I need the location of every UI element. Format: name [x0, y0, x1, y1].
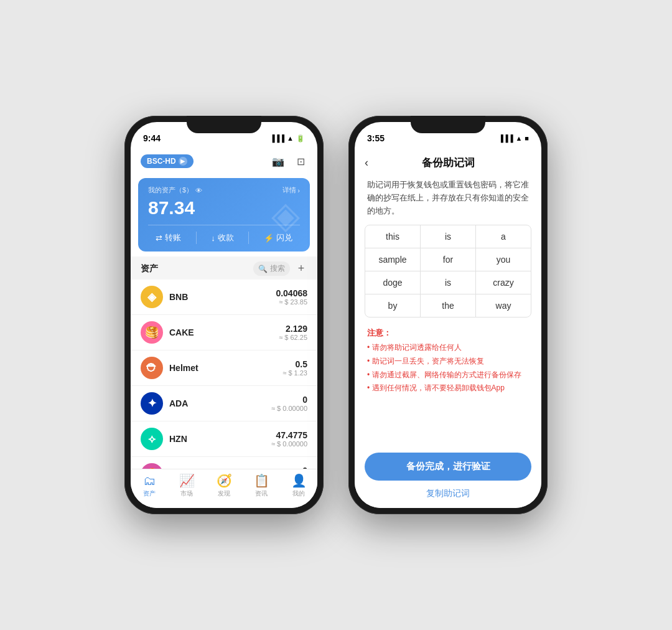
receive-label: 收款 [218, 232, 234, 243]
hzn-amount: 47.4775 [271, 430, 307, 440]
action-sep-1 [196, 232, 197, 244]
battery-icon-2: ■ [525, 134, 529, 142]
notice-title: 注意： [367, 327, 529, 339]
cake-logo: 🥞 [141, 321, 163, 344]
signal-icon: ▐▐▐ [270, 134, 284, 142]
action-area: 备份完成，进行验证 复制助记词 [355, 446, 541, 508]
helmet-logo: ⛑ [141, 357, 163, 379]
transfer-action[interactable]: ⇄ 转账 [156, 232, 181, 244]
transfer-label: 转账 [165, 232, 181, 243]
notice-2: • 助记词一旦丢失，资产将无法恢复 [367, 355, 529, 369]
wallet-header: BSC-HD ▶ 📷 ⊡ [131, 149, 317, 173]
hzn-logo: ⟡ [141, 428, 163, 450]
phone-wallet: 9:44 ▐▐▐ ▲ 🔋 BSC-HD ▶ 📷 ⊡ [124, 116, 324, 514]
hzn-usd: ≈ $ 0.00000 [271, 440, 307, 448]
wifi-icon: ▲ [287, 134, 294, 142]
nav-market[interactable]: 📈 市场 [171, 473, 202, 498]
add-asset-button[interactable]: + [295, 263, 307, 275]
mnemonic-row-3: doge is crazy [365, 271, 531, 294]
coin-item-bnb[interactable]: ◈ BNB 0.04068 ≈ $ 23.85 [131, 280, 317, 315]
notice-section: 注意： • 请勿将助记词透露给任何人 • 助记词一旦丢失，资产将无法恢复 • 请… [355, 325, 541, 401]
verify-button[interactable]: 备份完成，进行验证 [365, 453, 531, 481]
helmet-name: Helmet [169, 363, 282, 373]
wifi-icon-2: ▲ [515, 134, 522, 142]
ada-amount: 0 [271, 395, 307, 405]
mnemonic-word-6: you [476, 248, 531, 271]
ada-usd: ≈ $ 0.00000 [271, 405, 307, 412]
hzn-values: 47.4775 ≈ $ 0.00000 [271, 430, 307, 448]
copy-mnemonic-link[interactable]: 复制助记词 [365, 488, 531, 504]
helmet-usd: ≈ $ 1.23 [282, 369, 307, 377]
notch-2 [411, 116, 485, 133]
asset-list: ◈ BNB 0.04068 ≈ $ 23.85 🥞 CAKE 2.129 ≈ $… [131, 280, 317, 469]
action-sep-2 [248, 232, 249, 244]
page-title: 备份助记词 [422, 156, 475, 170]
mnemonic-word-10: by [365, 294, 421, 317]
camera-icon[interactable]: 📷 [271, 154, 285, 168]
bnb-usd: ≈ $ 23.85 [276, 298, 307, 306]
coin-item-sushi[interactable]: 🍣 SUSHI 0 ≈ $ 0.00000 [131, 457, 317, 469]
phone-mnemonic: 3:55 ▐▐▐ ▲ ■ ‹ 备份助记词 助记词用于恢复钱包或重置钱包密码，将它… [348, 116, 548, 514]
mnemonic-content: ‹ 备份助记词 助记词用于恢复钱包或重置钱包密码，将它准确的抄写在纸上，并存放在… [355, 149, 541, 508]
mnemonic-grid: this is a sample for you doge is crazy [365, 225, 531, 317]
profile-nav-label: 我的 [292, 489, 305, 498]
coin-item-cake[interactable]: 🥞 CAKE 2.129 ≈ $ 62.25 [131, 315, 317, 350]
mnemonic-row-4: by the way [365, 294, 531, 317]
transfer-icon: ⇄ [156, 233, 162, 243]
cake-name: CAKE [169, 327, 279, 337]
scan-icon[interactable]: ⊡ [294, 154, 307, 168]
search-box[interactable]: 🔍 搜索 [253, 261, 290, 276]
ada-values: 0 ≈ $ 0.00000 [271, 395, 307, 412]
ada-name: ADA [169, 398, 271, 408]
nav-news[interactable]: 📋 资讯 [246, 473, 277, 498]
notice-3: • 请勿通过截屏、网络传输的方式进行备份保存 [367, 369, 529, 382]
status-icons-2: ▐▐▐ ▲ ■ [498, 134, 529, 142]
asset-label: 我的资产（$） 👁 [148, 186, 202, 195]
mnemonic-word-8: is [421, 271, 476, 294]
search-placeholder: 搜索 [270, 263, 285, 274]
section-header: 资产 🔍 搜索 + [131, 256, 317, 280]
nav-discover[interactable]: 🧭 发现 [208, 473, 240, 498]
hzn-name: HZN [169, 434, 271, 444]
status-time-1: 9:44 [143, 133, 161, 143]
receive-action[interactable]: ↓ 收款 [211, 232, 234, 244]
back-header: ‹ 备份助记词 [355, 149, 541, 174]
signal-icon-2: ▐▐▐ [498, 134, 513, 142]
mnemonic-row-1: this is a [365, 225, 531, 248]
bsc-badge[interactable]: BSC-HD ▶ [141, 154, 194, 168]
bottom-nav: 🗂 资产 📈 市场 🧭 发现 📋 资讯 👤 我的 [131, 469, 317, 508]
coin-item-ada[interactable]: ✦ ADA 0 ≈ $ 0.00000 [131, 386, 317, 421]
cake-usd: ≈ $ 62.25 [279, 334, 307, 341]
mnemonic-word-9: crazy [476, 271, 531, 294]
bsc-label: BSC-HD [147, 157, 176, 166]
bnb-amount: 0.04068 [276, 288, 307, 298]
mnemonic-word-11: the [421, 294, 476, 317]
battery-icon: 🔋 [296, 134, 305, 143]
eye-icon[interactable]: 👁 [195, 187, 202, 194]
notice-4: • 遇到任何情况，请不要轻易卸载钱包App [367, 382, 529, 395]
asset-card: 我的资产（$） 👁 详情 › 87.34 ◈ ⇄ 转账 [138, 178, 310, 252]
bnb-logo: ◈ [141, 286, 163, 308]
market-nav-icon: 📈 [179, 473, 195, 488]
sushi-logo: 🍣 [141, 463, 163, 469]
back-button[interactable]: ‹ [365, 156, 368, 169]
receive-icon: ↓ [211, 233, 215, 243]
mnemonic-word-7: doge [365, 271, 421, 294]
bnb-name: BNB [169, 292, 276, 302]
coin-item-hzn[interactable]: ⟡ HZN 47.4775 ≈ $ 0.00000 [131, 421, 317, 457]
notch [187, 116, 261, 133]
search-icon: 🔍 [258, 265, 268, 273]
ada-logo: ✦ [141, 392, 163, 415]
news-nav-icon: 📋 [254, 473, 269, 488]
discover-nav-icon: 🧭 [217, 473, 232, 488]
asset-nav-label: 资产 [143, 489, 156, 498]
status-icons-1: ▐▐▐ ▲ 🔋 [270, 134, 305, 143]
coin-item-helmet[interactable]: ⛑ Helmet 0.5 ≈ $ 1.23 [131, 350, 317, 386]
nav-profile[interactable]: 👤 我的 [283, 473, 314, 498]
profile-nav-icon: 👤 [291, 473, 307, 488]
status-time-2: 3:55 [367, 133, 385, 143]
bsc-arrow-icon: ▶ [179, 157, 187, 166]
market-nav-label: 市场 [180, 489, 193, 498]
nav-asset[interactable]: 🗂 资产 [134, 474, 165, 498]
asset-nav-icon: 🗂 [143, 474, 156, 488]
